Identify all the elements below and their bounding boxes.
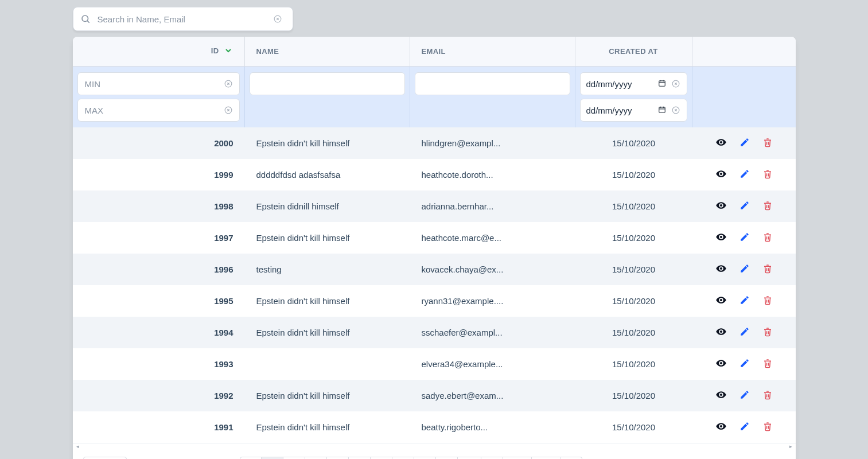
view-icon[interactable] (715, 231, 727, 243)
delete-icon[interactable] (762, 263, 773, 274)
cell-created: 15/10/2020 (575, 348, 692, 380)
clear-icon[interactable] (223, 105, 233, 115)
cell-id: 1992 (73, 380, 245, 411)
edit-icon[interactable] (739, 326, 750, 337)
table-footer: 10 «12345678910...199200» Results 1 - 10… (73, 449, 796, 459)
page-button[interactable]: 1 (262, 457, 283, 459)
table-row: 1997 Epstein didn't kill himself heathco… (73, 222, 796, 254)
edit-icon[interactable] (739, 358, 750, 368)
cell-email: ryann31@example.... (410, 285, 575, 317)
date-placeholder: dd/mm/yyyy (586, 79, 653, 89)
page-button[interactable]: 2 (283, 457, 305, 459)
clear-icon[interactable] (671, 105, 681, 115)
cell-email: elvera34@example... (410, 348, 575, 380)
page-button[interactable]: 8 (414, 457, 436, 459)
view-icon[interactable] (715, 137, 727, 148)
delete-icon[interactable] (762, 137, 773, 147)
view-icon[interactable] (715, 294, 727, 306)
table-row: 1995 Epstein didn't kill himself ryann31… (73, 285, 796, 317)
cell-created: 15/10/2020 (575, 317, 692, 348)
search-icon (80, 14, 91, 24)
delete-icon[interactable] (762, 390, 773, 400)
cell-email: adrianna.bernhar... (410, 190, 575, 222)
delete-icon[interactable] (762, 358, 773, 368)
header-name[interactable]: NAME (245, 37, 410, 67)
page-button: « (240, 457, 262, 459)
view-icon[interactable] (715, 389, 727, 400)
edit-icon[interactable] (739, 200, 750, 211)
clear-search-icon[interactable] (275, 14, 286, 24)
delete-icon[interactable] (762, 232, 773, 242)
cell-created: 15/10/2020 (575, 127, 692, 159)
cell-id: 1994 (73, 317, 245, 348)
page-button[interactable]: » (560, 457, 582, 459)
page-button[interactable]: 5 (349, 457, 371, 459)
cell-id: 1998 (73, 190, 245, 222)
header-id[interactable]: ID (73, 37, 245, 67)
clear-icon[interactable] (671, 79, 681, 89)
page-button[interactable]: 6 (371, 457, 392, 459)
horizontal-scrollbar[interactable]: ◂ ▸ (73, 443, 796, 449)
edit-icon[interactable] (739, 263, 750, 274)
delete-icon[interactable] (762, 326, 773, 337)
header-created-label: CREATED AT (609, 47, 657, 56)
svg-point-0 (82, 15, 88, 22)
edit-icon[interactable] (739, 232, 750, 242)
clear-icon[interactable] (223, 79, 233, 89)
page-button[interactable]: 4 (327, 457, 349, 459)
cell-id: 1993 (73, 348, 245, 380)
cell-email: heathcote.doroth... (410, 159, 575, 190)
search-box (73, 7, 293, 31)
cell-name: Epstein didn't kill himself (245, 317, 410, 348)
cell-actions (692, 159, 796, 190)
edit-icon[interactable] (739, 390, 750, 400)
cell-actions (692, 317, 796, 348)
filter-id-max (77, 99, 240, 122)
page-button[interactable]: 199 (503, 457, 532, 459)
view-icon[interactable] (715, 263, 727, 274)
view-icon[interactable] (715, 421, 727, 432)
page-button[interactable]: 200 (532, 457, 560, 459)
delete-icon[interactable] (762, 295, 773, 305)
cell-name: Epstein didnill himself (245, 190, 410, 222)
filter-date-to[interactable]: dd/mm/yyyy (580, 99, 687, 122)
header-email[interactable]: EMAIL (410, 37, 575, 67)
edit-icon[interactable] (739, 169, 750, 179)
filter-name-input[interactable] (256, 79, 399, 90)
scroll-right-icon: ▸ (789, 444, 792, 449)
delete-icon[interactable] (762, 200, 773, 211)
view-icon[interactable] (715, 200, 727, 211)
edit-icon[interactable] (739, 295, 750, 305)
page-button[interactable]: 10 (458, 457, 482, 459)
cell-actions (692, 254, 796, 285)
delete-icon[interactable] (762, 169, 773, 179)
cell-name: Epstein didn't kill himself (245, 127, 410, 159)
search-input[interactable] (96, 7, 275, 30)
scroll-left-icon: ◂ (76, 444, 79, 449)
filter-id-max-input[interactable] (84, 105, 220, 116)
cell-id: 1991 (73, 411, 245, 443)
svg-rect-18 (659, 107, 665, 112)
cell-created: 15/10/2020 (575, 222, 692, 254)
filter-row: dd/mm/yyyy dd/mm/yyyy (73, 67, 796, 127)
date-placeholder: dd/mm/yyyy (586, 106, 653, 115)
page-button[interactable]: 9 (436, 457, 458, 459)
cell-email: hlindgren@exampl... (410, 127, 575, 159)
data-table: ID NAME EMAIL CREATED AT (73, 37, 796, 443)
filter-date-from[interactable]: dd/mm/yyyy (580, 72, 687, 95)
page-button[interactable]: 7 (392, 457, 414, 459)
header-email-label: EMAIL (422, 47, 446, 56)
edit-icon[interactable] (739, 137, 750, 147)
page-size-select[interactable]: 10 (83, 457, 127, 459)
view-icon[interactable] (715, 357, 727, 369)
delete-icon[interactable] (762, 421, 773, 431)
filter-email-input[interactable] (421, 79, 564, 90)
page-button[interactable]: 3 (305, 457, 327, 459)
cell-id: 1995 (73, 285, 245, 317)
table-row: 1993 elvera34@example... 15/10/2020 (73, 348, 796, 380)
view-icon[interactable] (715, 168, 727, 180)
filter-id-min-input[interactable] (84, 79, 220, 90)
edit-icon[interactable] (739, 421, 750, 431)
view-icon[interactable] (715, 326, 727, 337)
header-created[interactable]: CREATED AT (575, 37, 692, 67)
